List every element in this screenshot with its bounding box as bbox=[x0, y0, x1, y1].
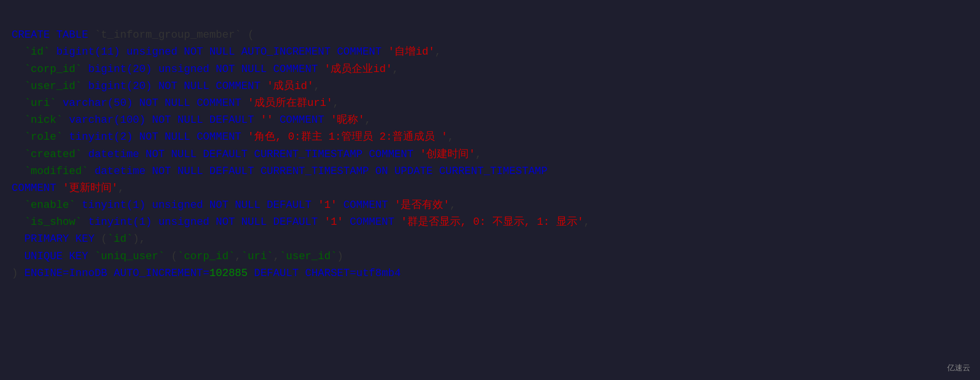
field-is-show: `is_show` bbox=[24, 216, 82, 228]
field-corp-id: `corp_id` bbox=[24, 63, 82, 75]
engine-clause: ENGINE=InnoDB AUTO_INCREMENT= bbox=[24, 267, 209, 279]
field-nick: `nick` bbox=[24, 114, 62, 126]
field-id: `id` bbox=[24, 46, 50, 58]
field-created: `created` bbox=[24, 148, 82, 161]
code-block: CREATE TABLE `t_inform_group_member` ( `… bbox=[12, 10, 968, 282]
field-enable: `enable` bbox=[24, 199, 75, 211]
keyword-create: CREATE TABLE bbox=[12, 29, 88, 41]
field-user-id: `user_id` bbox=[24, 80, 82, 92]
watermark: 亿速云 bbox=[947, 362, 970, 374]
field-uri: `uri` bbox=[24, 97, 56, 109]
table-name: `t_inform_group_member` bbox=[95, 29, 242, 41]
field-role: `role` bbox=[24, 131, 62, 143]
keyword-primary: PRIMARY KEY bbox=[24, 233, 94, 245]
field-modified: `modified` bbox=[24, 165, 88, 177]
keyword-unique: UNIQUE KEY bbox=[24, 250, 88, 263]
